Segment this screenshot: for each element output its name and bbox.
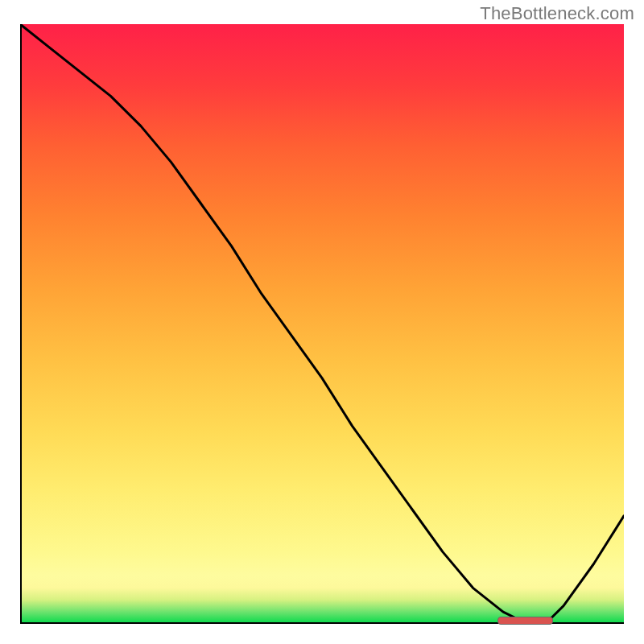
watermark-text: TheBottleneck.com bbox=[480, 3, 634, 24]
plot-area bbox=[20, 24, 624, 624]
chart-container: TheBottleneck.com bbox=[0, 0, 644, 644]
heatmap-background bbox=[20, 24, 624, 624]
optimal-range-marker bbox=[497, 617, 554, 625]
